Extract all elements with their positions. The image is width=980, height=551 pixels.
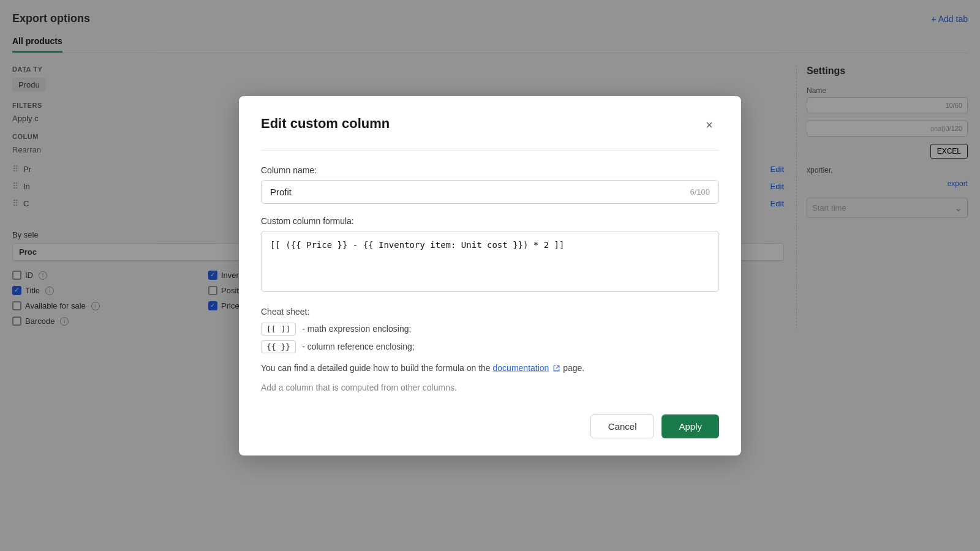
- column-name-char-count: 6/100: [690, 187, 710, 197]
- cheatsheet-items: [[ ]] - math expression enclosing; {{ }}…: [261, 323, 719, 353]
- modal-divider: [261, 150, 719, 151]
- modal-header: Edit custom column ×: [261, 116, 719, 135]
- column-name-value: Profit: [270, 187, 292, 197]
- doc-line: You can find a detailed guide how to bui…: [261, 363, 719, 373]
- column-description: Add a column that is computed from other…: [261, 383, 719, 392]
- apply-button[interactable]: Apply: [662, 414, 719, 438]
- cheatsheet-desc-2: - column reference enclosing;: [302, 342, 415, 351]
- modal-footer: Cancel Apply: [261, 410, 719, 438]
- external-link-icon: [552, 364, 560, 372]
- modal-title: Edit custom column: [261, 116, 390, 132]
- cancel-button[interactable]: Cancel: [590, 414, 655, 438]
- cheatsheet-code-1: [[ ]]: [261, 323, 296, 335]
- close-icon: ×: [706, 118, 713, 132]
- cheatsheet-item-1: [[ ]] - math expression enclosing;: [261, 323, 719, 335]
- modal-close-button[interactable]: ×: [699, 116, 719, 135]
- column-name-input[interactable]: Profit 6/100: [261, 180, 719, 204]
- column-name-label: Column name:: [261, 165, 719, 175]
- formula-input[interactable]: [[ ({{ Price }} - {{ Inventory item: Uni…: [261, 231, 719, 292]
- cheatsheet-code-2: {{ }}: [261, 340, 296, 353]
- doc-text-before: You can find a detailed guide how to bui…: [261, 363, 493, 373]
- cheatsheet-item-2: {{ }} - column reference enclosing;: [261, 340, 719, 353]
- cheatsheet-desc-1: - math expression enclosing;: [302, 324, 411, 334]
- edit-custom-column-modal: Edit custom column × Column name: Profit…: [239, 96, 741, 455]
- cheatsheet-label: Cheat sheet:: [261, 307, 719, 317]
- doc-text-after: page.: [563, 363, 584, 373]
- modal-overlay: Edit custom column × Column name: Profit…: [0, 0, 980, 551]
- formula-label: Custom column formula:: [261, 216, 719, 226]
- doc-link[interactable]: documentation: [493, 363, 549, 373]
